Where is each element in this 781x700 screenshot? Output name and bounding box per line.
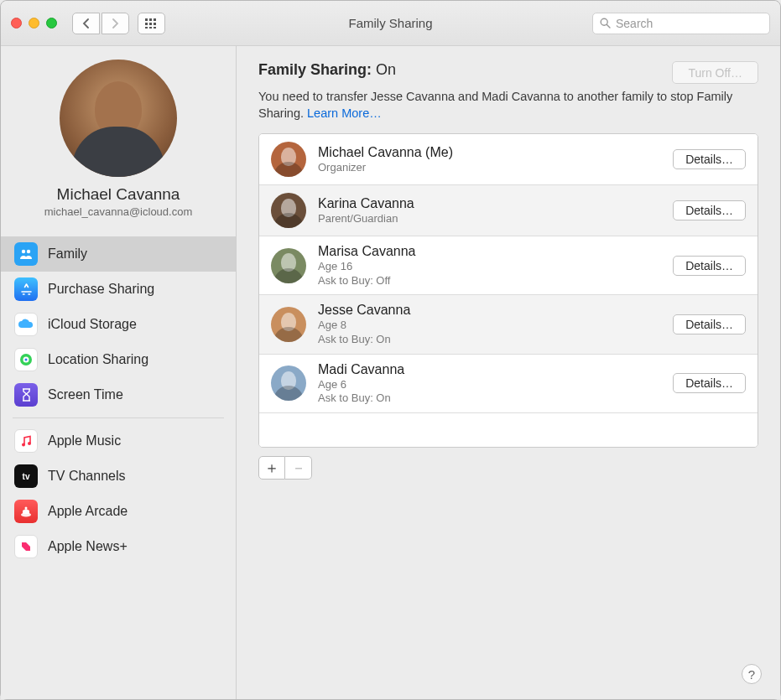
avatar bbox=[271, 142, 306, 177]
search-icon bbox=[600, 18, 611, 29]
svg-point-19 bbox=[25, 507, 28, 510]
member-info: Jesse Cavanna Age 8 Ask to Buy: On bbox=[318, 303, 410, 345]
news-icon bbox=[14, 535, 38, 558]
member-age: Age 16 bbox=[318, 260, 416, 273]
details-button[interactable]: Details… bbox=[673, 314, 746, 334]
sidebar-item-label: Apple News+ bbox=[48, 539, 128, 554]
search-input[interactable]: Search bbox=[592, 13, 770, 34]
svg-rect-2 bbox=[154, 18, 156, 21]
nav-back-forward bbox=[72, 13, 129, 34]
search-placeholder: Search bbox=[616, 17, 653, 30]
details-button[interactable]: Details… bbox=[673, 256, 746, 276]
appstore-icon bbox=[14, 277, 38, 301]
remove-member-button[interactable]: － bbox=[285, 456, 312, 480]
profile-avatar[interactable] bbox=[60, 60, 177, 177]
member-info: Marisa Cavanna Age 16 Ask to Buy: Off bbox=[318, 244, 416, 287]
member-row[interactable]: Karina Cavanna Parent/Guardian Details… bbox=[259, 185, 758, 236]
sidebar-item-icloud-storage[interactable]: iCloud Storage bbox=[1, 307, 236, 342]
sidebar-item-label: Purchase Sharing bbox=[48, 282, 154, 297]
sidebar-list: Family Purchase Sharing iCloud Storage bbox=[1, 231, 236, 569]
tv-icon: tv bbox=[14, 464, 38, 488]
svg-rect-3 bbox=[145, 23, 148, 25]
svg-line-10 bbox=[607, 24, 610, 28]
sidebar: Michael Cavanna michael_cavanna@icloud.c… bbox=[1, 46, 237, 699]
details-button[interactable]: Details… bbox=[673, 200, 746, 220]
member-role: Parent/Guardian bbox=[318, 212, 414, 226]
svg-point-11 bbox=[22, 250, 25, 253]
sidebar-item-label: TV Channels bbox=[48, 469, 126, 484]
turn-off-button[interactable]: Turn Off… bbox=[672, 61, 758, 84]
arcade-icon bbox=[14, 500, 38, 523]
member-name: Michael Cavanna (Me) bbox=[318, 145, 453, 160]
profile-email: michael_cavanna@icloud.com bbox=[13, 205, 224, 218]
member-name: Madi Cavanna bbox=[318, 362, 404, 377]
member-info: Michael Cavanna (Me) Organizer bbox=[318, 145, 453, 174]
sidebar-item-label: iCloud Storage bbox=[48, 317, 137, 332]
title-label: Family Sharing: bbox=[258, 61, 372, 78]
member-row[interactable]: Madi Cavanna Age 6 Ask to Buy: On Detail… bbox=[259, 355, 758, 413]
svg-rect-6 bbox=[145, 27, 148, 29]
sidebar-item-location-sharing[interactable]: Location Sharing bbox=[1, 342, 236, 377]
preferences-window: Family Sharing Search Michael Cavanna mi… bbox=[0, 0, 781, 700]
svg-rect-5 bbox=[154, 23, 156, 25]
sidebar-item-screen-time[interactable]: Screen Time bbox=[1, 377, 236, 412]
svg-point-15 bbox=[25, 359, 28, 361]
titlebar: Family Sharing Search bbox=[1, 1, 780, 46]
member-info: Madi Cavanna Age 6 Ask to Buy: On bbox=[318, 362, 404, 405]
screentime-icon bbox=[14, 383, 38, 407]
svg-rect-0 bbox=[145, 18, 148, 21]
member-row[interactable]: Marisa Cavanna Age 16 Ask to Buy: Off De… bbox=[259, 236, 758, 295]
member-asktobuy: Ask to Buy: On bbox=[318, 391, 404, 405]
profile-name: Michael Cavanna bbox=[13, 185, 224, 204]
learn-more-link[interactable]: Learn More… bbox=[307, 106, 382, 120]
maximize-window-button[interactable] bbox=[46, 18, 57, 29]
avatar bbox=[271, 193, 306, 228]
close-window-button[interactable] bbox=[11, 18, 22, 29]
member-role: Organizer bbox=[318, 161, 453, 174]
window-controls bbox=[11, 18, 57, 29]
member-name: Karina Cavanna bbox=[318, 196, 414, 211]
avatar bbox=[271, 248, 306, 283]
apple-music-icon bbox=[14, 429, 38, 453]
window-body: Michael Cavanna michael_cavanna@icloud.c… bbox=[1, 46, 780, 699]
sidebar-item-label: Apple Arcade bbox=[48, 504, 128, 519]
member-row[interactable]: Jesse Cavanna Age 8 Ask to Buy: On Detai… bbox=[259, 295, 758, 354]
details-button[interactable]: Details… bbox=[673, 373, 746, 393]
sidebar-item-apple-arcade[interactable]: Apple Arcade bbox=[1, 494, 236, 529]
members-empty-row bbox=[259, 413, 758, 447]
sidebar-item-label: Apple Music bbox=[48, 433, 121, 449]
member-row[interactable]: Michael Cavanna (Me) Organizer Details… bbox=[259, 134, 758, 185]
members-list: Michael Cavanna (Me) Organizer Details… … bbox=[258, 133, 758, 448]
sidebar-divider bbox=[13, 417, 224, 418]
family-icon bbox=[14, 242, 38, 266]
sidebar-item-apple-music[interactable]: Apple Music bbox=[1, 423, 236, 459]
profile-block: Michael Cavanna michael_cavanna@icloud.c… bbox=[1, 60, 236, 231]
sidebar-item-label: Location Sharing bbox=[48, 352, 148, 367]
avatar bbox=[271, 307, 306, 342]
svg-rect-4 bbox=[149, 23, 152, 25]
back-button[interactable] bbox=[72, 13, 100, 34]
member-age: Age 6 bbox=[318, 378, 404, 391]
svg-rect-1 bbox=[149, 18, 152, 21]
show-all-button[interactable] bbox=[138, 13, 165, 34]
location-icon bbox=[14, 348, 38, 371]
title-status: On bbox=[376, 61, 396, 78]
sidebar-item-tv-channels[interactable]: tv TV Channels bbox=[1, 459, 236, 494]
svg-point-12 bbox=[27, 250, 30, 253]
sidebar-item-purchase-sharing[interactable]: Purchase Sharing bbox=[1, 272, 236, 307]
sidebar-item-family[interactable]: Family bbox=[1, 236, 236, 272]
sidebar-item-apple-news[interactable]: Apple News+ bbox=[1, 529, 236, 564]
icloud-icon bbox=[14, 313, 38, 336]
avatar bbox=[271, 366, 306, 401]
member-name: Jesse Cavanna bbox=[318, 303, 410, 318]
help-button[interactable]: ? bbox=[742, 664, 762, 684]
svg-point-16 bbox=[22, 443, 25, 447]
svg-rect-7 bbox=[149, 27, 152, 29]
page-title: Family Sharing: On bbox=[258, 61, 396, 79]
details-button[interactable]: Details… bbox=[673, 149, 746, 169]
add-member-button[interactable]: ＋ bbox=[258, 456, 285, 480]
sidebar-item-label: Family bbox=[48, 246, 87, 262]
content-header: Family Sharing: On Turn Off… bbox=[258, 61, 758, 84]
minimize-window-button[interactable] bbox=[29, 18, 39, 29]
forward-button[interactable] bbox=[102, 13, 129, 34]
